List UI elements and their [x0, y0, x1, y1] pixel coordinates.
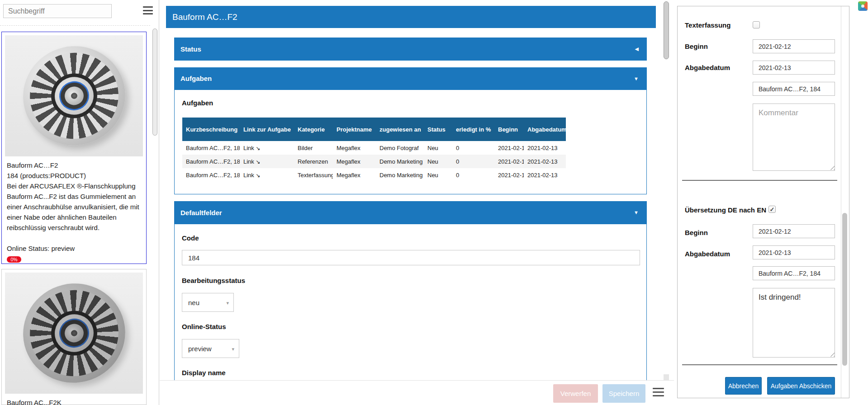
- task-link[interactable]: Link ↘: [240, 168, 294, 182]
- section-bar-defaultfelder[interactable]: Defaultfelder ▼: [174, 201, 647, 224]
- bearbeitungsstatus-label: Bearbeitungsstatus: [182, 277, 245, 284]
- texterfassung-checkbox[interactable]: [753, 21, 760, 28]
- col-projektname: Projektname: [333, 118, 376, 141]
- expand-icon[interactable]: ▼: [634, 201, 639, 224]
- kommentar-textarea[interactable]: Ist dringend!: [753, 288, 835, 358]
- detail-footer: Verwerfen Speichern: [160, 380, 674, 405]
- detail-panel: Bauform AC…F2 Status ◀ Aufgaben ▼ Aufgab…: [160, 0, 674, 405]
- cell-abgabedatum: 2021-02-13: [524, 141, 566, 155]
- cell-beginn: 2021-02-12: [494, 168, 524, 182]
- detail-title-bar: Bauform AC…F2: [166, 6, 656, 28]
- expand-icon[interactable]: ▼: [634, 67, 639, 90]
- coupling-photo: [12, 35, 135, 156]
- cell-kategorie: Referenzen: [294, 155, 333, 168]
- cell-projektname: Megaflex: [333, 141, 376, 155]
- cell-zugewiesen: Demo Marketing: [376, 168, 424, 182]
- section-label: Defaultfelder: [180, 201, 222, 224]
- search-input[interactable]: [3, 4, 112, 18]
- beginn-input[interactable]: [753, 224, 835, 238]
- task-assignment-panel: Texterfassung Beginn Abgabedatum Überset…: [677, 6, 849, 398]
- aufgaben-panel: Aufgaben Kurzbeschreibung Link zur Aufga…: [174, 90, 647, 194]
- code-label: Code: [182, 234, 199, 242]
- open-link-icon: ↘: [256, 172, 260, 179]
- product-description: Bei der ARCUSAFLEX ®-Flanschkupplung Bau…: [7, 181, 142, 233]
- product-card-selected[interactable]: Bauform AC…F2 184 (products:PRODUCT) Bei…: [1, 32, 147, 264]
- progress-badge: 0%: [7, 256, 21, 263]
- cell-kurzbeschreibung: Bauform AC…F2, 184: [182, 141, 240, 155]
- collapse-icon[interactable]: ◀: [635, 38, 639, 61]
- coupling-photo: [12, 273, 135, 393]
- col-beginn: Beginn: [494, 118, 524, 141]
- abgabedatum-input[interactable]: [753, 61, 835, 75]
- col-abgabedatum: Abgabedatum: [524, 118, 566, 141]
- col-link: Link zur Aufgabe: [240, 118, 294, 141]
- speichern-button[interactable]: Speichern: [602, 384, 645, 403]
- task-table: Kurzbeschreibung Link zur Aufgabe Katego…: [182, 118, 566, 182]
- cell-erledigt: 0: [452, 155, 494, 168]
- cell-kurzbeschreibung: Bauform AC…F2, 184: [182, 155, 240, 168]
- table-row: Bauform AC…F2, 184 Link ↘ Bilder Megafle…: [182, 141, 566, 155]
- cell-kategorie: Texterfassung: [294, 168, 333, 182]
- online-status-select[interactable]: preview ▾: [182, 339, 239, 358]
- divider: [0, 25, 150, 26]
- chevron-down-icon: ▾: [232, 339, 234, 358]
- product-image: [5, 35, 143, 156]
- check-icon: ✓: [770, 206, 775, 213]
- product-card[interactable]: Bauform AC...F2K: [1, 269, 147, 405]
- cell-abgabedatum: 2021-02-13: [524, 155, 566, 168]
- col-erledigt: erledigt in %: [452, 118, 494, 141]
- detail-scrollbar-end: [664, 374, 669, 380]
- uebersetzung-checkbox[interactable]: ✓: [768, 206, 776, 213]
- product-card-text: Bauform AC...F2K: [7, 397, 142, 405]
- product-title: Bauform AC…F2: [7, 160, 142, 170]
- section-label: Aufgaben: [180, 67, 212, 90]
- divider: [841, 6, 841, 398]
- divider: [682, 180, 837, 181]
- task-link[interactable]: Link ↘: [240, 141, 294, 155]
- task-panel-scrollbar[interactable]: [842, 213, 847, 366]
- display-name-label: Display name: [182, 369, 226, 377]
- aufgaben-abschicken-button[interactable]: Aufgaben Abschicken: [767, 377, 835, 395]
- cell-beginn: 2021-02-12: [494, 141, 524, 155]
- abbrechen-button[interactable]: Abbrechen: [725, 377, 762, 395]
- detail-scrollbar[interactable]: [664, 1, 669, 59]
- divider: [682, 364, 837, 365]
- kommentar-textarea[interactable]: [753, 104, 835, 171]
- verwerfen-button[interactable]: Verwerfen: [553, 384, 598, 403]
- cell-projektname: Megaflex: [333, 155, 376, 168]
- task-name-input[interactable]: [753, 266, 835, 280]
- sidebar-scrollbar[interactable]: [152, 28, 157, 136]
- table-header-row: Kurzbeschreibung Link zur Aufgabe Katego…: [182, 118, 566, 141]
- uebersetzung-label: Übersetzung DE nach EN: [685, 206, 766, 214]
- abgabedatum-input[interactable]: [753, 245, 835, 259]
- product-card-text: Bauform AC…F2 184 (products:PRODUCT) Bei…: [7, 160, 142, 264]
- product-online-status: Online Status: preview: [7, 243, 142, 254]
- section-bar-status[interactable]: Status ◀: [174, 38, 647, 61]
- col-kategorie: Kategorie: [294, 118, 333, 141]
- abgabedatum-label: Abgabedatum: [685, 64, 730, 71]
- select-value: preview: [188, 339, 212, 358]
- cell-kurzbeschreibung: Bauform AC…F2, 184: [182, 168, 240, 182]
- beginn-input[interactable]: [753, 39, 835, 53]
- col-status: Status: [424, 118, 452, 141]
- code-input[interactable]: [182, 250, 640, 265]
- footer-menu-icon[interactable]: [653, 388, 664, 396]
- section-bar-aufgaben[interactable]: Aufgaben ▼: [174, 67, 647, 90]
- table-row: Bauform AC…F2, 184 Link ↘ Texterfassung …: [182, 168, 566, 182]
- product-code: 184 (products:PRODUCT): [7, 170, 142, 181]
- beginn-label: Beginn: [685, 229, 708, 236]
- task-link[interactable]: Link ↘: [240, 155, 294, 168]
- open-link-icon: ↘: [256, 159, 260, 165]
- col-zugewiesen: zugewiesen an: [376, 118, 424, 141]
- browser-extension-icon[interactable]: [858, 1, 868, 11]
- task-name-input[interactable]: [753, 82, 835, 96]
- cell-beginn: 2021-02-12: [494, 155, 524, 168]
- sidebar-menu-icon[interactable]: [143, 6, 153, 14]
- cell-erledigt: 0: [452, 141, 494, 155]
- cell-erledigt: 0: [452, 168, 494, 182]
- defaultfelder-panel: Code Bearbeitungsstatus neu ▾ Online-Sta…: [174, 224, 647, 380]
- table-row: Bauform AC…F2, 184 Link ↘ Referenzen Meg…: [182, 155, 566, 168]
- bearbeitungsstatus-select[interactable]: neu ▾: [182, 293, 234, 312]
- cell-zugewiesen: Demo Marketing: [376, 155, 424, 168]
- aufgaben-heading: Aufgaben: [182, 99, 213, 107]
